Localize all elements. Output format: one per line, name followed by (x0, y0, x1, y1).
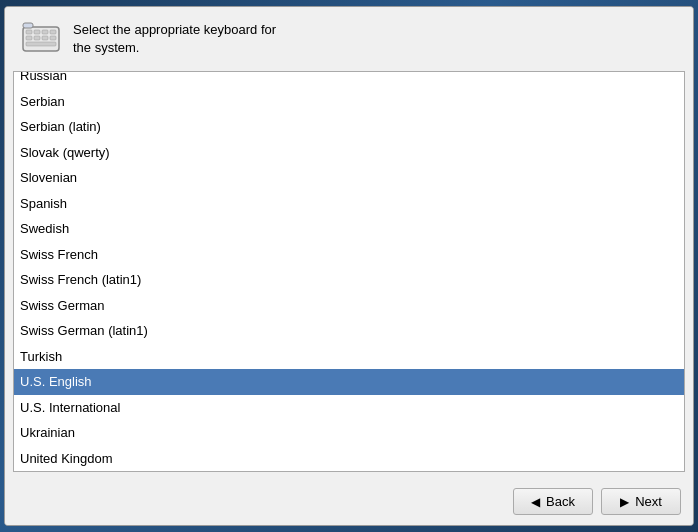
dialog-header: Select the appropriate keyboard for the … (5, 7, 693, 71)
header-instruction: Select the appropriate keyboard for the … (73, 21, 276, 57)
instruction-line2: the system. (73, 40, 139, 55)
svg-rect-9 (26, 42, 56, 46)
list-item[interactable]: Swiss French (14, 242, 684, 268)
list-item[interactable]: U.S. International (14, 395, 684, 421)
keyboard-selection-dialog: Select the appropriate keyboard for the … (4, 6, 694, 526)
next-arrow-icon: ▶ (620, 495, 629, 509)
svg-rect-7 (42, 36, 48, 40)
list-item[interactable]: Swiss German (latin1) (14, 318, 684, 344)
list-item[interactable]: Swedish (14, 216, 684, 242)
list-item[interactable]: Slovak (qwerty) (14, 140, 684, 166)
list-item[interactable]: Spanish (14, 191, 684, 217)
next-label: Next (635, 494, 662, 509)
keyboard-list-scroll[interactable]: PortugueseRomanianRussianSerbianSerbian … (14, 72, 684, 471)
keyboard-icon (21, 19, 61, 59)
svg-rect-5 (26, 36, 32, 40)
list-item[interactable]: Russian (14, 72, 684, 89)
list-item[interactable]: Swiss French (latin1) (14, 267, 684, 293)
svg-rect-8 (50, 36, 56, 40)
keyboard-list-container: PortugueseRomanianRussianSerbianSerbian … (13, 71, 685, 472)
list-item[interactable]: Swiss German (14, 293, 684, 319)
instruction-line1: Select the appropriate keyboard for (73, 22, 276, 37)
svg-rect-3 (42, 30, 48, 34)
svg-rect-10 (23, 23, 33, 28)
list-item[interactable]: Slovenian (14, 165, 684, 191)
svg-rect-6 (34, 36, 40, 40)
list-item[interactable]: Turkish (14, 344, 684, 370)
next-button[interactable]: ▶ Next (601, 488, 681, 515)
back-button[interactable]: ◀ Back (513, 488, 593, 515)
svg-rect-4 (50, 30, 56, 34)
list-item[interactable]: Ukrainian (14, 420, 684, 446)
dialog-footer: ◀ Back ▶ Next (5, 480, 693, 525)
list-item[interactable]: Serbian (latin) (14, 114, 684, 140)
list-item[interactable]: U.S. English (14, 369, 684, 395)
back-label: Back (546, 494, 575, 509)
instruction-text: Select the appropriate keyboard for the … (73, 22, 276, 55)
list-item[interactable]: Serbian (14, 89, 684, 115)
svg-rect-2 (34, 30, 40, 34)
back-arrow-icon: ◀ (531, 495, 540, 509)
list-item[interactable]: United Kingdom (14, 446, 684, 472)
svg-rect-1 (26, 30, 32, 34)
